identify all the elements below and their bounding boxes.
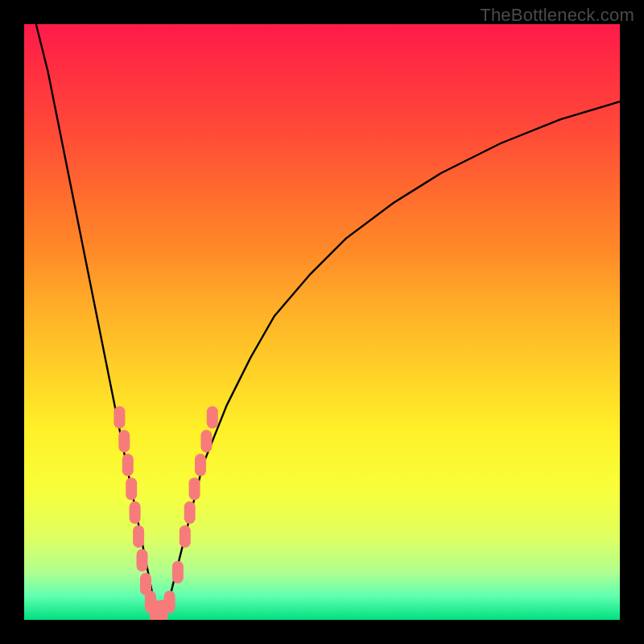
marker-point [184, 502, 196, 524]
marker-point [130, 502, 141, 524]
marker-point [137, 549, 148, 572]
sample-markers [114, 406, 217, 620]
chart-frame: TheBottleneck.com [0, 0, 644, 644]
marker-point [189, 477, 200, 500]
marker-point [126, 477, 137, 500]
marker-point [133, 525, 144, 547]
marker-point [114, 406, 125, 428]
marker-point [180, 525, 191, 547]
marker-point [207, 406, 218, 428]
marker-point [122, 454, 134, 477]
watermark-text: TheBottleneck.com [480, 5, 634, 26]
marker-point [118, 430, 130, 452]
marker-point [164, 591, 175, 613]
chart-svg [24, 24, 620, 620]
curve-line [36, 24, 620, 608]
marker-point [195, 454, 206, 477]
marker-point [200, 430, 212, 452]
plot-area [24, 24, 620, 620]
bottleneck-curve [36, 24, 620, 608]
marker-point [172, 561, 184, 584]
